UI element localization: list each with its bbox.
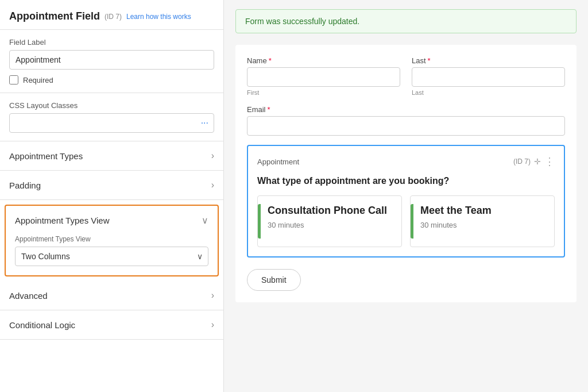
css-layout-section: CSS Layout Classes ··· (0, 93, 223, 141)
name-required-star: * (269, 56, 272, 65)
submit-button[interactable]: Submit (247, 269, 301, 291)
first-name-input[interactable] (247, 67, 400, 87)
appointment-types-chevron-icon: › (211, 151, 214, 161)
success-banner: Form was successfully updated. (235, 9, 577, 33)
appt-block-id-text: (ID 7) (513, 157, 531, 166)
page-title: Appointment Field (9, 10, 100, 22)
email-label: Email * (247, 105, 565, 114)
appt-card-2-name: Meet the Team (420, 204, 546, 217)
appt-card-2-accent (411, 204, 413, 239)
first-name-group: Name * First (247, 56, 400, 96)
field-label-section: Field Label Required (0, 30, 223, 93)
email-required-star: * (268, 105, 270, 114)
appt-card-1-name: Consultation Phone Call (268, 204, 393, 217)
appt-block-question: What type of appointment are you booking… (257, 176, 555, 186)
email-group: Email * (247, 105, 565, 136)
field-label-text: Field Label (9, 38, 214, 47)
name-row: Name * First Last * Last (247, 56, 565, 96)
learn-link[interactable]: Learn how this works (126, 13, 191, 21)
appt-block-header: Appointment (ID 7) ✛ ⋮ (257, 155, 555, 168)
appt-cards-row: Consultation Phone Call 30 minutes Meet … (257, 195, 555, 247)
css-dots-icon[interactable]: ··· (201, 118, 208, 128)
appt-types-view-title: Appointment Types View (15, 216, 110, 225)
right-panel: Form was successfully updated. Name * Fi… (224, 0, 588, 392)
last-label: Last * (412, 56, 565, 65)
last-sublabel: Last (412, 89, 565, 96)
appt-types-view-select-wrapper: Two Columns One Column List ∨ (15, 247, 208, 266)
last-name-input[interactable] (412, 67, 565, 87)
left-header: Appointment Field (ID 7) Learn how this … (0, 0, 223, 30)
field-label-input[interactable] (9, 50, 214, 70)
advanced-chevron-icon: › (211, 290, 214, 301)
field-id-badge: (ID 7) (105, 13, 122, 21)
required-label: Required (23, 76, 53, 84)
conditional-logic-label: Conditional Logic (9, 320, 75, 330)
appt-types-view-content: Appointment Types View Two Columns One C… (6, 235, 218, 275)
appt-types-view-header[interactable]: Appointment Types View ∨ (6, 206, 218, 235)
css-layout-label: CSS Layout Classes (9, 101, 214, 110)
appt-types-view-section: Appointment Types View ∨ Appointment Typ… (5, 205, 219, 276)
appt-block-id: (ID 7) ✛ ⋮ (513, 155, 555, 168)
last-name-group: Last * Last (412, 56, 565, 96)
required-checkbox[interactable] (9, 75, 18, 84)
appt-types-view-chevron-icon: ∨ (202, 215, 208, 226)
name-label: Name * (247, 56, 400, 65)
left-panel: Appointment Field (ID 7) Learn how this … (0, 0, 224, 392)
padding-chevron-icon: › (211, 180, 214, 190)
appt-card-2[interactable]: Meet the Team 30 minutes (410, 195, 555, 247)
appt-types-view-select[interactable]: Two Columns One Column List (15, 247, 208, 266)
advanced-row[interactable]: Advanced › (0, 281, 223, 310)
padding-label: Padding (9, 180, 41, 190)
appt-card-1-accent (258, 204, 261, 239)
appointment-types-label: Appointment Types (9, 151, 83, 161)
form-card: Name * First Last * Last Email * (235, 45, 577, 302)
first-sublabel: First (247, 89, 400, 96)
success-message: Form was successfully updated. (245, 17, 359, 26)
last-required-star: * (428, 56, 431, 65)
padding-row[interactable]: Padding › (0, 171, 223, 200)
conditional-logic-chevron-icon: › (211, 320, 214, 330)
appt-card-1[interactable]: Consultation Phone Call 30 minutes (257, 195, 402, 247)
appt-card-2-body: Meet the Team 30 minutes (420, 204, 546, 239)
appt-card-1-duration: 30 minutes (268, 221, 393, 229)
css-layout-input[interactable] (9, 113, 214, 133)
move-icon[interactable]: ✛ (534, 157, 541, 166)
conditional-logic-row[interactable]: Conditional Logic › (0, 310, 223, 340)
more-options-icon[interactable]: ⋮ (544, 155, 555, 168)
advanced-label: Advanced (9, 291, 48, 301)
appt-block-title: Appointment (257, 157, 299, 166)
appt-card-1-body: Consultation Phone Call 30 minutes (268, 204, 393, 239)
appointment-block: Appointment (ID 7) ✛ ⋮ What type of appo… (247, 145, 565, 258)
appt-card-2-duration: 30 minutes (420, 221, 546, 229)
appointment-types-row[interactable]: Appointment Types › (0, 141, 223, 171)
email-input[interactable] (247, 116, 565, 136)
appt-types-view-sublabel: Appointment Types View (15, 235, 208, 243)
